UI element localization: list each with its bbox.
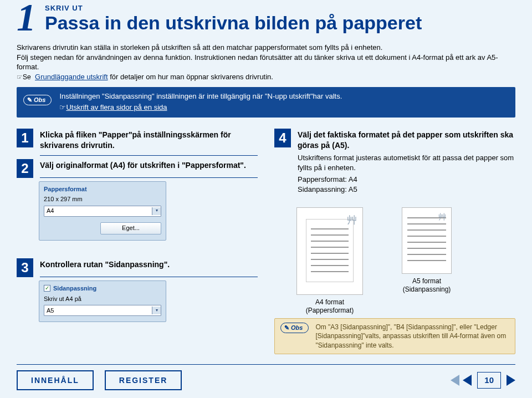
ui-label-paperformat: Pappersformat [44,185,161,193]
tree-icon: ⾋ [346,213,358,226]
step-3-title: Kontrollera rutan "Sidanpassning". [40,259,258,270]
step-number: 2 [17,159,33,178]
section-number: 1 [17,0,35,35]
step-3: 3 Kontrollera rutan "Sidanpassning". [17,258,258,277]
page-footer: INNEHÅLL REGISTER 10 [17,370,515,390]
step-number: 1 [17,129,33,147]
step-2: 2 Välj originalformat (A4) för utskrifte… [17,159,258,178]
ui-paper-format-group: Pappersformat 210 x 297 mm A4 ▾ Eget... [39,181,166,241]
intro-paragraph-1: Skrivarens drivrutin kan ställa in storl… [17,43,515,53]
step-number: 4 [274,129,291,147]
select-value: A4 [47,207,54,215]
step-4-title: Välj det faktiska formatet på det papper… [298,130,515,151]
intro-paragraph-2: Följ stegen nedan för användningen av de… [17,53,515,72]
step-4: 4 Välj det faktiska formatet på det papp… [274,129,515,198]
intro-block: Skrivarens drivrutin kan ställa in storl… [17,43,515,81]
obs-badge: Obs [280,323,309,333]
step-1: 1 Klicka på fliken "Papper"på inställnin… [17,129,258,156]
paper-a4-illustration: ⾋ [296,207,363,295]
pointer-icon: ☞Se [17,73,33,81]
paper-illustration-row: ⾋ A4 format (Pappersformat) ⾋ A5 format … [296,207,515,315]
page-header: 1 SKRIV UT Passa in den utskrivna bilden… [17,0,515,35]
ui-fit-line: Skriv ut A4 på [44,295,161,303]
step-4-detail-2: Pappersformat: A4 [298,175,515,185]
page-title: Passa in den utskrivna bilden på pappere… [45,13,422,33]
tree-icon: ⾋ [436,212,448,224]
step-4-detail-1: Utskriftens format justeras autometiskt … [298,153,515,172]
obs-badge: Obs [23,95,52,105]
page-number: 10 [477,372,501,389]
index-button[interactable]: REGISTER [105,370,182,390]
fit-to-page-checkbox[interactable]: ✓ [44,285,50,292]
intro-link-suffix: för detaljer om hur man öppnar skrivaren… [108,73,273,81]
warning-text: Om "A3 [Sidanpassning]", "B4 [Sidanpassn… [315,323,509,350]
paper-format-select[interactable]: A4 ▾ [44,206,161,217]
a4-caption-1: A4 format [296,298,363,307]
select-value: A5 [47,307,54,315]
step-2-title: Välj originalformat (A4) för utskriften … [40,160,258,171]
custom-paper-button[interactable]: Eget... [100,222,161,234]
a5-caption-1: A5 format [402,277,452,285]
ui-fit-to-page-group: ✓ Sidanpassning Skriv ut A4 på A5 ▾ [39,280,166,323]
pointer-icon: ☞ [59,103,66,111]
ui-label-fit: Sidanpassning [53,284,96,293]
ui-paper-dims: 210 x 297 mm [44,195,161,203]
link-multi-page[interactable]: Utskrift av flera sidor på en sida [66,103,167,113]
step-1-title: Klicka på fliken "Papper"på inställnings… [40,130,258,151]
nav-next-icon[interactable] [507,375,515,386]
contents-button[interactable]: INNEHÅLL [17,370,94,390]
paper-a5-illustration: ⾋ [402,207,452,274]
fit-size-select[interactable]: A5 ▾ [44,305,161,316]
chevron-down-icon: ▾ [152,307,161,314]
a4-caption-2: (Pappersformat) [296,307,363,315]
chevron-down-icon: ▾ [152,207,161,215]
a5-caption-2: (Sidanpassning) [402,285,452,294]
nav-first-icon[interactable] [451,375,459,386]
section-overline: SKRIV UT [45,3,422,13]
link-basic-printing[interactable]: Grundläggande utskrift [35,73,108,81]
callout-line1: Inställningen "Sidanpassning" inställnin… [59,91,510,101]
step-4-detail-3: Sidanpassning: A5 [298,185,515,195]
step-number: 3 [17,258,33,277]
nav-prev-icon[interactable] [463,375,472,386]
note-callout: Obs Inställningen "Sidanpassning" instäl… [17,87,515,118]
warning-note: Obs Om "A3 [Sidanpassning]", "B4 [Sidanp… [274,318,515,354]
